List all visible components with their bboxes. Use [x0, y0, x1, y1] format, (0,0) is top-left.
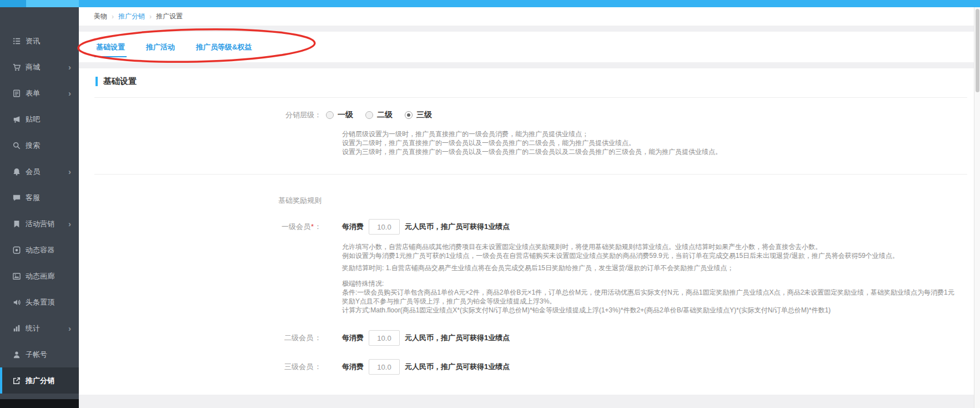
sidebar-item-label: 搜索	[26, 141, 40, 151]
description-line: 例如设置为每消费1元推广员可获的1业绩点，一级会员在自营店铺购买未设置固定业绩点…	[342, 251, 974, 260]
consume-prefix: 每消费	[342, 333, 364, 343]
sidebar-item-label: 表单	[26, 88, 40, 98]
consume-prefix: 每消费	[342, 222, 364, 232]
sidebar-item-members[interactable]: 会员 ›	[0, 158, 79, 185]
description-line: 条件:一级会员购买订单包含商品1单价A元×2件，商品2单价B元×1件，订单总价M…	[342, 288, 974, 297]
settings-panel: 基础设置 分销层级： 一级 二级 三级 分销层级设置	[79, 68, 974, 395]
chat-bubble-icon	[12, 193, 21, 202]
sidebar-item-search[interactable]: 搜索	[0, 132, 79, 158]
level3-amount-input[interactable]	[369, 359, 400, 375]
sidebar-item-label: 活动营销	[26, 219, 54, 229]
required-asterisk: *	[311, 222, 314, 231]
sidebar-item-tieba[interactable]: 贴吧	[0, 106, 79, 132]
tab-bar: 基础设置 推广活动 推广员等级&权益	[79, 32, 974, 62]
sidebar-item-statistics[interactable]: 统计 ›	[0, 315, 79, 341]
tab-basic-settings[interactable]: 基础设置	[94, 32, 127, 63]
megaphone-icon	[12, 115, 21, 123]
sidebar-item-forms[interactable]: 表单 ›	[0, 80, 79, 106]
consume-suffix: 元人民币，推广员可获得1业绩点	[405, 222, 510, 232]
consume-suffix: 元人民币，推广员可获得1业绩点	[405, 362, 510, 372]
sidebar: 资讯 商城 › 表单 › 贴吧 搜索 会员 › 客服 活动营销 › 动态容器 动…	[0, 7, 79, 408]
radio-icon[interactable]	[365, 111, 373, 119]
level1-member-row: 一级会员*： 每消费 元人民币，推广员可获得1业绩点	[79, 219, 974, 235]
share-export-icon	[12, 376, 21, 385]
bell-icon	[12, 167, 21, 176]
sidebar-item-news[interactable]: 资讯	[0, 28, 79, 54]
radio-label: 三级	[416, 110, 432, 120]
description-line: 设置为二级时，推广员直接推广的一级会员以及一级会员推广的二级会员，能为推广员提供…	[342, 138, 964, 147]
cart-icon	[12, 63, 21, 71]
chevron-right-icon: ›	[68, 63, 71, 71]
sidebar-item-label: 资讯	[26, 36, 40, 46]
distribution-level-description: 分销层级设置为一级时，推广员直接推广的一级会员消费，能为推广员提供业绩点； 设置…	[342, 130, 964, 156]
bookmark-icon	[12, 220, 21, 228]
sidebar-item-label: 统计	[26, 324, 40, 334]
level1-amount-input[interactable]	[369, 219, 400, 235]
label-colon: ：	[314, 334, 321, 342]
section-accent-bar	[96, 77, 98, 86]
tab-promotion-activity[interactable]: 推广活动	[144, 32, 177, 63]
tab-promoter-level-rights[interactable]: 推广员等级&权益	[194, 32, 253, 63]
sidebar-item-label: 会员	[26, 167, 40, 177]
consume-prefix: 每消费	[342, 362, 364, 372]
radio-option-level-2[interactable]: 二级	[365, 110, 393, 120]
sidebar-item-label: 动态容器	[26, 245, 54, 255]
sidebar-item-label: 动态画廊	[26, 271, 54, 281]
breadcrumb: 美物 › 推广分销 › 推广设置	[79, 7, 974, 26]
tab-label: 推广员等级&权益	[196, 43, 252, 51]
level3-member-row: 三级会员： 每消费 元人民币，推广员可获得1业绩点	[79, 359, 974, 375]
sidebar-item-label: 头条置顶	[26, 297, 54, 307]
radio-icon[interactable]	[405, 111, 413, 119]
breadcrumb-separator-icon: ›	[112, 13, 114, 21]
radio-icon[interactable]	[326, 111, 334, 119]
user-icon	[12, 350, 21, 359]
scrollbar[interactable]	[974, 7, 980, 408]
label-text: 二级会员	[284, 334, 313, 342]
sidebar-item-promotion-distribution[interactable]: 推广分销	[0, 367, 79, 394]
level2-amount-input[interactable]	[369, 330, 400, 346]
radio-option-level-3[interactable]: 三级	[405, 110, 432, 120]
level2-member-content: 每消费 元人民币，推广员可获得1业绩点	[342, 330, 510, 346]
scrollbar-thumb[interactable]	[976, 9, 979, 92]
spacer	[79, 26, 974, 32]
sidebar-item-activity-marketing[interactable]: 活动营销 ›	[0, 211, 79, 237]
chevron-right-icon: ›	[68, 167, 71, 176]
radio-option-level-1[interactable]: 一级	[326, 110, 353, 120]
chevron-right-icon: ›	[68, 324, 71, 332]
divider	[94, 174, 967, 175]
formula-line: 计算方式:Math.floor(商品1固定业绩点X*(实际支付N/订单总价M)*…	[342, 306, 974, 315]
sidebar-item-customer-service[interactable]: 客服	[0, 185, 79, 211]
description-line: 分销层级设置为一级时，推广员直接推广的一级会员消费，能为推广员提供业绩点；	[342, 130, 964, 138]
sidebar-bottom-strip	[0, 399, 79, 408]
news-list-icon	[12, 37, 21, 45]
consume-suffix: 元人民币，推广员可获得1业绩点	[405, 333, 510, 343]
level3-member-label: 三级会员：	[79, 361, 321, 372]
sidebar-item-dynamic-container[interactable]: 动态容器	[0, 237, 79, 263]
distribution-level-row: 分销层级： 一级 二级 三级	[79, 110, 974, 121]
sidebar-item-mall[interactable]: 商城 ›	[0, 54, 79, 80]
sidebar-item-dynamic-gallery[interactable]: 动态画廊	[0, 263, 79, 289]
level3-member-content: 每消费 元人民币，推广员可获得1业绩点	[342, 359, 510, 375]
sidebar-item-headline-pin[interactable]: 头条置顶	[0, 289, 79, 315]
chevron-right-icon: ›	[68, 220, 71, 228]
sidebar-item-label: 商城	[26, 62, 40, 72]
sidebar-item-label: 子帐号	[26, 350, 47, 360]
label-text: 三级会员	[284, 362, 313, 371]
sidebar-item-sub-account[interactable]: 子帐号	[0, 341, 79, 367]
radio-label: 一级	[338, 110, 353, 120]
description-line: 设置为三级时，推广员直接推广的一级会员以及一级会员推广的二级会员以及二级会员推广…	[342, 147, 964, 156]
distribution-level-label: 分销层级：	[79, 110, 321, 121]
breadcrumb-root[interactable]: 美物	[94, 12, 107, 21]
topbar-logo-segment	[26, 0, 79, 7]
chevron-right-icon: ›	[68, 89, 71, 97]
description-line: 极端特殊情况:	[342, 279, 974, 288]
sidebar-item-label: 推广分销	[26, 376, 54, 386]
breadcrumb-link-distribution[interactable]: 推广分销	[118, 12, 145, 21]
search-icon	[12, 141, 21, 150]
level2-member-row: 二级会员： 每消费 元人民币，推广员可获得1业绩点	[79, 330, 974, 346]
bar-chart-icon	[12, 324, 21, 332]
label-colon: ：	[314, 222, 321, 231]
level1-member-content: 每消费 元人民币，推广员可获得1业绩点	[342, 219, 510, 235]
form-icon	[12, 89, 21, 97]
section-header: 基础设置	[96, 76, 974, 87]
